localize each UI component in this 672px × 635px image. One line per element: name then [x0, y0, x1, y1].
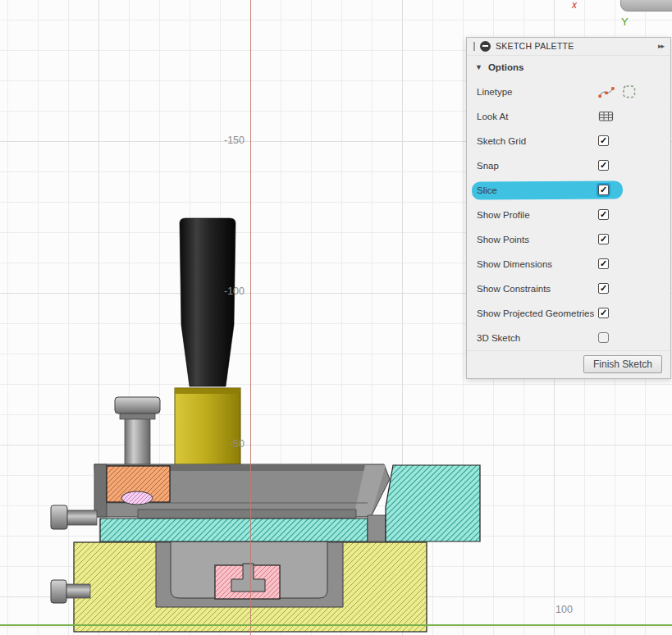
linetype-spline-icon[interactable]: [598, 85, 615, 98]
model-clamp-screw[interactable]: [115, 397, 160, 465]
row-label-show-points: Show Points: [477, 235, 598, 244]
origin-x-axis-label: x: [572, 0, 577, 11]
row-label-snap: Snap: [477, 161, 598, 171]
palette-row-linetype[interactable]: Linetype: [467, 80, 670, 104]
palette-rows: Linetype Look At: [467, 80, 670, 350]
palette-row-slice[interactable]: Slice ✓: [467, 178, 670, 203]
grid-label-x-100: 100: [555, 604, 573, 615]
sketch-y-axis-line: [250, 0, 251, 635]
palette-row-show-points[interactable]: Show Points ✓: [467, 227, 670, 252]
palette-footer: Finish Sketch: [467, 350, 670, 378]
row-label-look-at: Look At: [477, 112, 598, 121]
grid-label-y-50: -50: [210, 438, 245, 450]
palette-title: SKETCH PALETTE: [496, 41, 653, 51]
checkbox-snap[interactable]: ✓: [598, 160, 609, 171]
origin-y-axis-label: Y: [621, 16, 629, 28]
checkbox-show-projected-geometries[interactable]: ✓: [598, 308, 609, 318]
viewcube-edge[interactable]: [620, 0, 672, 11]
row-label-slice: Slice: [477, 185, 598, 195]
row-label-show-dimensions: Show Dimensions: [477, 259, 598, 269]
model-handle-knob[interactable]: [180, 218, 235, 386]
palette-menu-icon[interactable]: [480, 41, 491, 52]
grid-label-y-100: -100: [210, 286, 245, 297]
grid-label-y-150: -150: [210, 135, 245, 146]
finish-sketch-button[interactable]: Finish Sketch: [583, 355, 662, 373]
model-plate-flange: [368, 515, 386, 541]
checkbox-show-points[interactable]: ✓: [598, 234, 609, 244]
model-side-screw-upper[interactable]: [51, 505, 97, 529]
palette-row-show-projected-geometries[interactable]: Show Projected Geometries ✓: [467, 301, 670, 326]
sketch-x-axis-line: [0, 624, 672, 626]
fusion-sketch-canvas[interactable]: -150 -100 -50 100 x Y SKETCH PALETTE ▸▸ …: [0, 0, 672, 635]
row-label-3d-sketch: 3D Sketch: [477, 333, 598, 343]
palette-row-show-constraints[interactable]: Show Constraints ✓: [467, 276, 670, 301]
checkbox-show-constraints[interactable]: ✓: [598, 283, 609, 294]
row-label-show-constraints: Show Constraints: [477, 284, 598, 294]
row-label-show-profile: Show Profile: [477, 210, 598, 220]
checkbox-show-dimensions[interactable]: ✓: [598, 258, 609, 269]
linetype-construction-icon[interactable]: [622, 85, 637, 99]
options-section-header[interactable]: ▼ Options: [467, 56, 670, 80]
model-handle-base-block[interactable]: [175, 388, 240, 468]
look-at-icon[interactable]: [598, 110, 615, 123]
palette-row-show-profile[interactable]: Show Profile ✓: [467, 203, 670, 227]
checkbox-3d-sketch[interactable]: [598, 332, 609, 343]
checkbox-show-profile[interactable]: ✓: [598, 209, 609, 220]
palette-grip-icon[interactable]: [473, 42, 475, 51]
model-section-pin-ellipse[interactable]: [121, 491, 153, 505]
palette-row-show-dimensions[interactable]: Show Dimensions ✓: [467, 252, 670, 276]
palette-row-3d-sketch[interactable]: 3D Sketch: [467, 326, 670, 350]
options-section-label: Options: [488, 62, 523, 72]
palette-collapse-icon[interactable]: ▸▸: [658, 42, 664, 50]
model-top-plate[interactable]: [94, 464, 390, 519]
sketch-palette-header[interactable]: SKETCH PALETTE ▸▸: [467, 38, 670, 56]
sketch-palette-panel: SKETCH PALETTE ▸▸ ▼ Options Linetype: [466, 37, 671, 379]
palette-row-look-at[interactable]: Look At: [467, 104, 670, 129]
row-label-show-projected-geometries: Show Projected Geometries: [477, 308, 598, 318]
palette-row-snap[interactable]: Snap ✓: [467, 153, 670, 178]
chevron-down-icon[interactable]: ▼: [475, 63, 482, 71]
checkbox-sketch-grid[interactable]: ✓: [598, 135, 609, 146]
checkbox-slice[interactable]: ✓: [598, 185, 609, 195]
row-label-linetype: Linetype: [477, 87, 598, 97]
palette-row-sketch-grid[interactable]: Sketch Grid ✓: [467, 129, 670, 153]
row-label-sketch-grid: Sketch Grid: [477, 136, 598, 146]
